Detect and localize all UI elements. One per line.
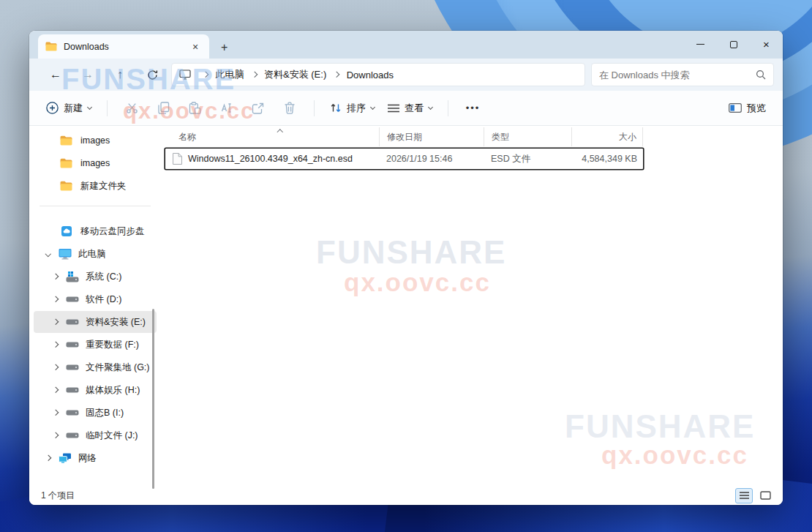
cut-button[interactable] xyxy=(116,96,148,121)
preview-icon xyxy=(729,103,742,113)
file-modified-date: 2026/1/19 15:46 xyxy=(379,149,484,169)
details-view-button[interactable] xyxy=(735,488,753,503)
search-box[interactable] xyxy=(591,63,774,86)
column-header-modified[interactable]: 修改日期 xyxy=(379,127,484,146)
preview-button[interactable]: 预览 xyxy=(722,96,772,121)
refresh-button[interactable] xyxy=(136,62,168,87)
sidebar-item-images-1[interactable]: images xyxy=(34,130,157,151)
view-button-label: 查看 xyxy=(405,102,424,115)
tab-close-icon[interactable]: × xyxy=(189,41,202,53)
toolbar-divider xyxy=(448,100,448,116)
search-input[interactable] xyxy=(599,70,756,80)
share-icon xyxy=(252,102,264,114)
sidebar-item-drive-i[interactable]: 固态B (I:) xyxy=(34,402,157,424)
file-row-selected[interactable]: Windows11_26100.4349_x64_zh-cn.esd 2026/… xyxy=(165,149,643,169)
sidebar-item-label: 新建文件夹 xyxy=(80,180,127,192)
close-icon: × xyxy=(763,39,770,50)
column-header-size[interactable]: 大小 xyxy=(571,127,643,146)
rename-icon xyxy=(220,102,233,113)
sidebar-item-label: 重要数据 (F:) xyxy=(86,339,139,351)
folder-icon xyxy=(59,181,74,191)
chevron-down-icon[interactable] xyxy=(45,251,51,257)
back-button[interactable]: ← xyxy=(40,62,72,87)
sidebar-item-label: 临时文件 (J:) xyxy=(86,430,138,442)
forward-button[interactable]: → xyxy=(72,62,104,87)
chevron-right-icon[interactable] xyxy=(53,342,59,348)
thumbnails-view-button[interactable] xyxy=(756,488,774,503)
delete-button[interactable] xyxy=(274,96,305,121)
drive-icon xyxy=(64,318,80,326)
chevron-right-icon[interactable] xyxy=(45,455,51,461)
sidebar-item-network[interactable]: 网络 xyxy=(34,447,157,469)
sidebar-item-images-2[interactable]: images xyxy=(34,152,157,174)
sidebar-item-drive-g[interactable]: 文件聚集地 (G:) xyxy=(34,356,157,378)
network-icon xyxy=(57,453,72,463)
view-icon xyxy=(388,104,399,113)
back-icon: ← xyxy=(50,68,61,81)
chevron-right-icon[interactable] xyxy=(53,319,59,325)
view-button[interactable]: 查看 xyxy=(381,96,439,121)
chevron-down-icon xyxy=(87,104,92,109)
drive-icon xyxy=(64,386,80,394)
explorer-tab-downloads[interactable]: Downloads × xyxy=(38,34,209,59)
chevron-right-icon[interactable] xyxy=(53,274,59,280)
sidebar-item-label: images xyxy=(80,135,110,146)
sidebar-item-drive-e[interactable]: 资料&安装 (E:) xyxy=(34,311,157,333)
sidebar-item-label: 移动云盘同步盘 xyxy=(80,225,145,238)
sort-ascending-icon xyxy=(278,126,282,136)
chevron-right-icon[interactable] xyxy=(53,387,59,393)
sort-button[interactable]: 排序 xyxy=(323,96,381,121)
chevron-right-icon[interactable] xyxy=(53,410,59,416)
sidebar-item-drive-c[interactable]: 系统 (C:) xyxy=(34,266,157,288)
item-count: 1 个项目 xyxy=(41,490,75,502)
sidebar-item-label: 媒体娱乐 (H:) xyxy=(86,384,140,397)
sidebar-item-drive-h[interactable]: 媒体娱乐 (H:) xyxy=(34,379,157,401)
sidebar-item-this-pc[interactable]: 此电脑 xyxy=(34,243,157,265)
sidebar-divider xyxy=(40,206,151,206)
sidebar-item-new-folder[interactable]: 新建文件夹 xyxy=(34,175,157,197)
breadcrumb-drive-e[interactable]: 资料&安装 (E:) xyxy=(263,68,328,81)
minimize-button[interactable] xyxy=(684,31,717,58)
drive-icon xyxy=(64,409,80,416)
sidebar-item-label: 文件聚集地 (G:) xyxy=(86,361,150,374)
thumbnails-view-icon xyxy=(760,491,771,500)
maximize-button[interactable] xyxy=(717,31,750,58)
new-icon xyxy=(46,102,59,114)
folder-icon xyxy=(59,135,74,146)
copy-button[interactable] xyxy=(148,96,179,121)
toolbar-divider xyxy=(314,100,315,116)
column-header-type[interactable]: 类型 xyxy=(484,127,571,146)
close-button[interactable]: × xyxy=(750,31,783,58)
tab-title: Downloads xyxy=(64,42,182,52)
sidebar-item-drive-f[interactable]: 重要数据 (F:) xyxy=(34,334,157,356)
new-button-label: 新建 xyxy=(64,102,83,115)
delete-icon xyxy=(284,102,296,114)
file-icon xyxy=(173,153,182,165)
navigation-bar: ← → ↑ 此电脑 资料&安装 (E:) Downloads xyxy=(29,59,783,91)
new-tab-button[interactable]: + xyxy=(221,41,228,54)
title-bar[interactable]: Downloads × + × xyxy=(29,31,783,59)
column-header-name[interactable]: 名称 xyxy=(165,127,379,146)
rename-button[interactable] xyxy=(211,96,242,121)
chevron-right-icon[interactable] xyxy=(53,364,59,370)
sidebar-item-cloud-drive[interactable]: 移动云盘同步盘 xyxy=(34,220,157,242)
new-button[interactable]: 新建 xyxy=(40,96,98,121)
chevron-right-icon[interactable] xyxy=(53,432,59,438)
address-bar[interactable]: 此电脑 资料&安装 (E:) Downloads xyxy=(171,63,585,86)
navigation-pane: images images 新建文件夹 移动云盘同步盘 xyxy=(29,126,161,486)
up-button[interactable]: ↑ xyxy=(104,62,136,87)
sidebar-item-drive-j[interactable]: 临时文件 (J:) xyxy=(34,424,157,446)
this-pc-icon xyxy=(57,248,72,260)
breadcrumb-downloads[interactable]: Downloads xyxy=(345,70,395,80)
sidebar-item-drive-d[interactable]: 软件 (D:) xyxy=(34,288,157,310)
sidebar-scrollbar[interactable] xyxy=(152,309,155,489)
breadcrumb-this-pc[interactable]: 此电脑 xyxy=(214,68,246,81)
toolbar-divider xyxy=(107,100,108,116)
paste-button[interactable] xyxy=(179,96,211,121)
up-icon: ↑ xyxy=(117,68,123,81)
file-name: Windows11_26100.4349_x64_zh-cn.esd xyxy=(188,154,353,164)
chevron-right-icon[interactable] xyxy=(53,296,59,302)
share-button[interactable] xyxy=(242,96,274,121)
more-options-button[interactable]: ••• xyxy=(457,96,489,121)
folder-icon xyxy=(59,158,74,168)
